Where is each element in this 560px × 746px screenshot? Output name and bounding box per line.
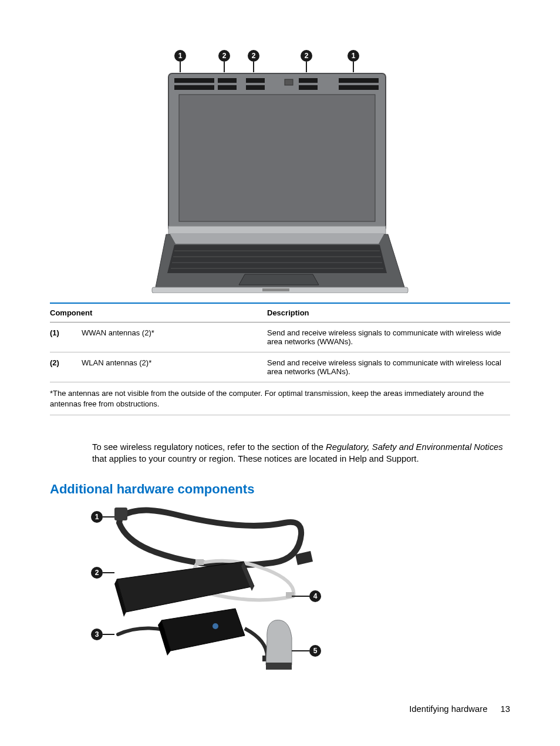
svg-rect-13 [168, 226, 386, 234]
figure-additional-hardware: 1 2 3 4 5 [91, 505, 343, 699]
component-table: Component Description (1) WWAN antennas … [50, 303, 510, 415]
callout-line [292, 650, 309, 651]
footer-page-number: 13 [501, 704, 510, 714]
callout-badge: 3 [91, 629, 103, 640]
callout-badge: 4 [309, 590, 321, 602]
svg-rect-6 [246, 85, 265, 90]
row-index: (2) [50, 352, 82, 382]
svg-marker-31 [161, 609, 245, 651]
callout-line [103, 634, 114, 635]
svg-rect-27 [286, 592, 294, 598]
regulatory-notice-paragraph: To see wireless regulatory notices, refe… [92, 442, 510, 465]
callout-badge: 2 [218, 50, 230, 62]
table-row: (1) WWAN antennas (2)* Send and receive … [50, 322, 510, 352]
row-component: WLAN antennas (2)* [82, 352, 267, 382]
svg-marker-21 [239, 274, 319, 285]
section-heading-additional-hardware: Additional hardware components [50, 482, 510, 497]
callout-line [292, 596, 309, 597]
col-header-description: Description [267, 303, 510, 322]
callout-line [103, 572, 114, 573]
hardware-illustration [91, 505, 343, 699]
svg-rect-8 [299, 85, 318, 90]
svg-rect-3 [218, 78, 237, 83]
svg-rect-24 [114, 508, 127, 520]
svg-rect-11 [285, 79, 293, 85]
row-description: Send and receive wireless signals to com… [267, 322, 510, 352]
svg-point-33 [212, 623, 218, 629]
callout-badge: 5 [309, 645, 321, 657]
svg-rect-12 [179, 95, 375, 221]
callout-badge: 1 [348, 50, 359, 62]
callout-badge: 2 [301, 50, 312, 62]
svg-rect-26 [195, 559, 204, 565]
callout-line [306, 62, 307, 72]
callout-line [180, 62, 181, 72]
row-description: Send and receive wireless signals to com… [267, 352, 510, 382]
callout-line [253, 62, 254, 72]
table-header-row: Component Description [50, 303, 510, 322]
callout-line [103, 516, 114, 518]
svg-rect-9 [339, 78, 379, 83]
svg-rect-35 [266, 663, 292, 670]
callout-line [224, 62, 225, 72]
svg-rect-10 [339, 85, 379, 90]
callout-line [353, 62, 354, 72]
col-header-component: Component [50, 303, 267, 322]
callout-badge: 2 [248, 50, 259, 62]
laptop-illustration [145, 50, 415, 293]
page-footer: Identifying hardware 13 [409, 704, 510, 714]
paragraph-text-italic: Regulatory, Safety and Environmental Not… [326, 442, 503, 452]
paragraph-text-post: that applies to your country or region. … [92, 454, 419, 463]
callout-badge: 1 [91, 511, 103, 523]
callout-badge: 2 [91, 567, 103, 579]
svg-marker-28 [117, 562, 254, 612]
paragraph-text-pre: To see wireless regulatory notices, refe… [92, 442, 326, 452]
svg-rect-23 [262, 288, 289, 291]
footer-section-title: Identifying hardware [409, 704, 487, 714]
svg-rect-7 [299, 78, 318, 83]
svg-rect-4 [218, 85, 237, 90]
callout-badge: 1 [174, 50, 186, 62]
svg-rect-1 [174, 78, 214, 83]
table-row: (2) WLAN antennas (2)* Send and receive … [50, 352, 510, 382]
figure-laptop-antennas: 1 2 2 2 1 [139, 50, 421, 297]
row-component: WWAN antennas (2)* [82, 322, 267, 352]
table-footnote-row: *The antennas are not visible from the o… [50, 382, 510, 415]
page: 1 2 2 2 1 [0, 0, 560, 746]
svg-marker-25 [295, 551, 313, 565]
svg-rect-2 [174, 85, 214, 90]
svg-marker-16 [167, 245, 387, 273]
svg-marker-15 [170, 233, 384, 244]
row-index: (1) [50, 322, 82, 352]
svg-rect-5 [246, 78, 265, 83]
footnote-text: *The antennas are not visible from the o… [50, 382, 510, 415]
